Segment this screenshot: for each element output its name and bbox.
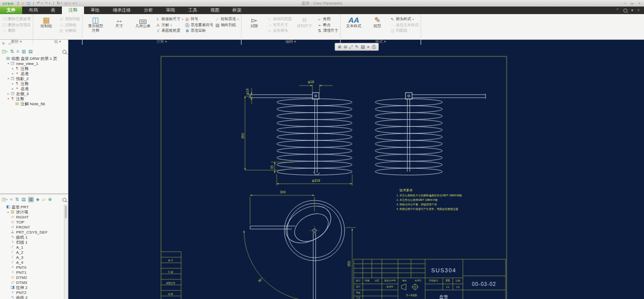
display-style-icon[interactable]: ▤	[361, 45, 365, 49]
model-tree-item-7[interactable]: ≀扫描 1	[1, 240, 64, 245]
tree-expand-arrow-icon[interactable]: ▾	[7, 97, 10, 100]
cleanup-dimensions-button[interactable]: ⇅清理尺寸	[317, 28, 338, 34]
model-tree-item-17[interactable]: +PNT2	[1, 290, 64, 295]
model-tree-item-16[interactable]: ◨拉伸 2	[1, 285, 64, 290]
drawing-tree-item-0[interactable]: ▤绘图 盘管.DRW 的第 1 页	[1, 56, 64, 61]
delete-all-items-button[interactable]: ⌦删除全部项目	[2, 23, 31, 28]
surface-finish-button[interactable]: √表面粗糙度	[155, 28, 183, 34]
menu-tab-2[interactable]: 表	[44, 7, 62, 14]
menu-tab-5[interactable]: 继承迁移	[106, 7, 137, 14]
menu-tab-3[interactable]: 注释	[62, 7, 84, 14]
tree-expand-arrow-icon[interactable]: ▸	[11, 82, 15, 85]
tree-search-icon[interactable]	[62, 50, 66, 54]
model-tree-item-15[interactable]: ▱DTM3	[1, 280, 64, 285]
drawing-tree-item-1[interactable]: ▾◳new_view_1	[1, 61, 64, 66]
repaint-icon[interactable]: ✎	[355, 45, 359, 49]
line-style-button[interactable]: ✎线型	[366, 15, 388, 29]
model-tree-item-18[interactable]: ∿曲线 2	[1, 295, 64, 299]
arrow-style-button[interactable]: ↖箭头样式▾	[390, 17, 419, 22]
mt-folder-icon[interactable]: ▱	[42, 197, 45, 202]
navigator-splitter[interactable]	[0, 193, 68, 195]
drawing-tree-item-3[interactable]: ▸⌖基准	[1, 71, 64, 76]
tree-expand-arrow-icon[interactable]: ▸	[11, 72, 15, 75]
model-tree-item-2[interactable]: ▱RIGHT	[1, 214, 64, 219]
open-file-icon[interactable]: ▱	[21, 2, 24, 6]
drawing-tree-item-9[interactable]: ▤注解 Note_56	[1, 101, 64, 106]
symbol-button[interactable]: ◎符号	[185, 17, 213, 22]
annotation-display-icon[interactable]: Ⓐ	[371, 45, 376, 49]
model-tree-item-6[interactable]: ∿曲线 1	[1, 235, 64, 240]
zoom-in-icon[interactable]: ⊕	[338, 45, 342, 49]
model-tree-item-5[interactable]: ⊥PRT_CSYS_DEF	[1, 230, 64, 235]
tree-settings-icon[interactable]: ▤	[28, 49, 33, 54]
minimize-button[interactable]: ─	[623, 2, 626, 6]
menu-tab-1[interactable]: 布局	[22, 7, 44, 14]
model-tree-item-12[interactable]: +PNT0	[1, 265, 64, 270]
datum-feature-symbol-button[interactable]: Ⓐ基准要素符号	[185, 23, 213, 28]
tree-expand-arrow-icon[interactable]: ▸	[7, 92, 10, 95]
model-tree-item-0[interactable]: ◧盘管.PRT	[1, 204, 64, 209]
drawing-tree-item-5[interactable]: ▸¶注释	[1, 81, 64, 86]
regenerate-icon[interactable]: ↻▾	[57, 2, 62, 6]
mt-add-icon[interactable]: ⊕	[48, 197, 52, 202]
menu-tab-4[interactable]: 草绘	[84, 7, 106, 14]
menu-tab-10[interactable]: 框架	[226, 7, 248, 14]
move-to-sheet-button[interactable]: ⇖移动到页面	[267, 17, 292, 22]
refit-icon[interactable]: ⤢	[349, 45, 353, 49]
collapse-ribbon-icon[interactable]: ⌃	[616, 8, 619, 13]
model-tree-item-8[interactable]: ∕A_1	[1, 245, 64, 250]
new-file-icon[interactable]: ▯	[17, 2, 19, 6]
tree-columns-icon[interactable]: ▥	[22, 49, 26, 54]
breakpoint-button[interactable]: ⌁断点	[317, 23, 338, 28]
text-style-button[interactable]: AA文本样式	[343, 15, 365, 29]
close-button[interactable]: ×	[638, 2, 640, 6]
tree-expand-arrow-icon[interactable]: ▸	[7, 210, 10, 213]
draft-datum-button[interactable]: ∕绘制基准▾	[215, 17, 239, 22]
mt-settings-icon[interactable]: ◈	[36, 197, 40, 202]
tree-expand-icon[interactable]: ⇅	[10, 49, 14, 54]
menu-tab-9[interactable]: 视图	[204, 7, 226, 14]
erase-group-button[interactable]: ⊟拭除组	[59, 23, 80, 28]
undo-icon[interactable]: ↶▾	[37, 2, 42, 6]
tree-show-icon[interactable]: ◳▾	[2, 49, 8, 54]
mt-expand-icon[interactable]: ⇅	[15, 197, 19, 202]
explode-group-button[interactable]: ◩分解组	[59, 28, 80, 34]
align-dimensions-button[interactable]: ⇥对齐尺寸	[267, 23, 292, 28]
model-tree-item-11[interactable]: ∕A_4	[1, 260, 64, 265]
model-tree-item-10[interactable]: ∕A_3	[1, 255, 64, 260]
drawing-tree-item-7[interactable]: ▸◳左侧_3	[1, 91, 64, 96]
menu-tab-6[interactable]: 分析	[137, 7, 159, 14]
draft-group-button[interactable]: ▦绘制组	[35, 15, 57, 29]
delete-changed-items-button[interactable]: ⌫删除已更改项	[2, 17, 31, 22]
drawing-tree-item-8[interactable]: ▾¶注释	[1, 96, 64, 101]
tree-expand-arrow-icon[interactable]: ▸	[11, 67, 15, 70]
scrollbar-thumb[interactable]	[65, 205, 67, 218]
mt-search-icon[interactable]	[62, 198, 66, 202]
save-icon[interactable]: ◫	[27, 2, 31, 6]
model-tree-item-14[interactable]: ▱DTM2	[1, 275, 64, 280]
jog-button[interactable]: ⌐角拐	[317, 17, 338, 22]
tree-list-icon[interactable]: ≡	[17, 49, 19, 54]
hanging-text-style-button[interactable]: ∕悬挂文本样式	[390, 23, 419, 28]
mt-list-icon[interactable]: ▤	[22, 197, 26, 202]
graphics-area[interactable]: ⊕⊖⤢✎▤⌖Ⓐ	[68, 39, 644, 299]
erase-button[interactable]: ▻拭除	[244, 15, 266, 29]
flip-arrows-button[interactable]: ⇋反向箭头	[267, 28, 292, 34]
geometric-tolerance-button[interactable]: DIM几何公差	[132, 15, 154, 29]
model-tree-item-1[interactable]: ▸▥设计项	[1, 209, 64, 214]
menu-tab-7[interactable]: 审阅	[159, 7, 182, 14]
model-tree-item-3[interactable]: ▱TOP	[1, 219, 64, 225]
datum-display-icon[interactable]: ⌖	[367, 45, 369, 49]
menu-tab-8[interactable]: 工具	[182, 7, 204, 14]
arrange-dimensions-button[interactable]: ⌗排列尺寸	[293, 15, 315, 29]
tree-expand-arrow-icon[interactable]: ▾	[7, 62, 10, 65]
model-tree-item-4[interactable]: ▱FRONT	[1, 225, 64, 230]
axis-section-line-button[interactable]: ▨轴向剖线	[215, 23, 239, 28]
show-model-annotations-button[interactable]: ◫显示模型注释	[85, 15, 107, 33]
note-button[interactable]: A注解▾	[155, 23, 183, 28]
datum-target-button[interactable]: ⊕基准目标	[185, 28, 213, 34]
delete-button[interactable]: ×删除	[2, 28, 31, 34]
mt-show-icon[interactable]: ◳▾	[2, 197, 8, 202]
options-icon[interactable]: ▾	[631, 8, 633, 13]
menu-tab-0[interactable]: 文件	[0, 7, 22, 14]
